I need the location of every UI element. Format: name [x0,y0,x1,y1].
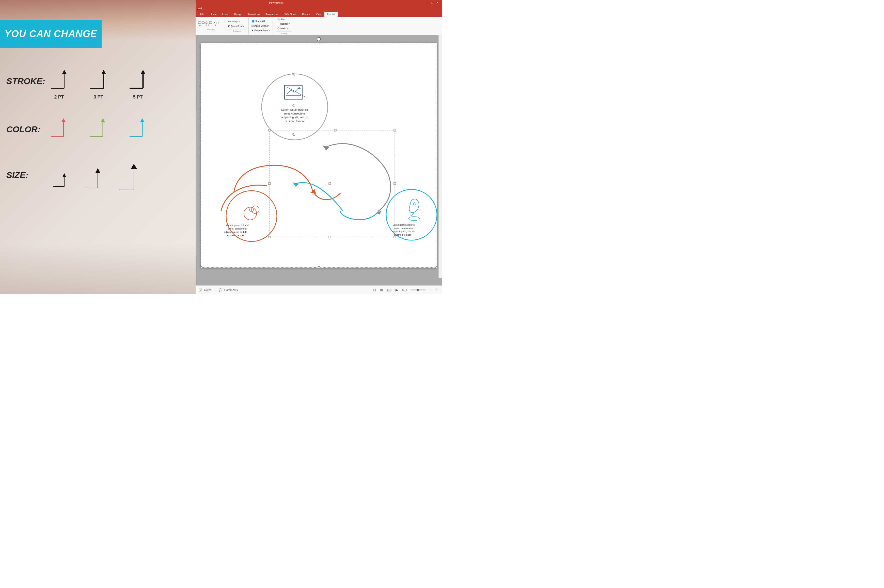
slide-canvas: ↻ ↻ ↻ Lorem ipsum dolor sit amet, consec… [201,43,437,268]
svg-marker-30 [209,22,212,24]
stroke-arrow-group: 2 PT 3 PT 5 PT [50,69,188,100]
arrange-group: ⧉ Arrange ▾ ◧ Quick Styles ~ Drawing [226,17,249,34]
notes-icon: 📝 [198,288,202,292]
arrange-button[interactable]: ⧉ Arrange ▾ [227,19,241,24]
svg-text:adipiscing elit, sed dc: adipiscing elit, sed dc [392,230,415,233]
slide-area[interactable]: ↻ ↻ ↻ Lorem ipsum dolor sit amet, consec… [195,35,442,285]
app-title: PowerPoint [269,1,283,4]
svg-text:↻: ↻ [292,103,296,108]
size-label: SIZE: [6,170,29,180]
subtitle-text: to do... [198,7,206,10]
notes-label[interactable]: Notes [204,288,212,291]
tab-format[interactable]: Format [325,12,338,17]
find-button[interactable]: 🔍 Find [276,17,287,21]
stroke-2pt-demo: 2 PT [50,69,69,100]
tab-slideshow[interactable]: Slide Show [281,12,299,17]
svg-marker-23 [96,168,100,172]
formula-area: to do... [195,6,442,11]
shape-effects-button[interactable]: ✦ Shape Effects ▾ [250,28,271,33]
tab-home[interactable]: Home [207,12,219,17]
maximize-button[interactable]: □ [431,1,434,4]
minimize-button[interactable]: ─ [425,1,429,4]
find-row: 🔍 Find [276,17,292,21]
svg-point-29 [205,22,208,24]
view-reading-button[interactable]: 📖 [386,287,392,292]
select-button[interactable]: ⬡ Select - [276,26,289,30]
select-icon: ⬡ [277,27,280,30]
zoom-thumb[interactable] [416,289,419,291]
tab-animations[interactable]: Animations [263,12,281,17]
svg-text:⟨: ⟨ [216,22,216,24]
quick-styles-button[interactable]: ◧ Quick Styles ~ [227,24,247,28]
tab-design[interactable]: Design [232,12,245,17]
stroke-5pt-arrow [128,69,147,92]
replace-icon: ↔ [277,22,280,25]
rotate-handle-top[interactable] [317,37,321,41]
svg-text:amet, consectetur: amet, consectetur [394,227,413,230]
stroke-5pt-label: 5 PT [133,94,143,100]
comments-icon: 💬 [219,288,222,292]
size-large-demo [118,162,140,190]
svg-marker-17 [140,118,144,122]
svg-text:Lorem ipsum dolor sit: Lorem ipsum dolor sit [281,108,308,111]
title-banner: YOU CAN CHANGE [0,20,102,48]
stroke-3pt-label: 3 PT [93,94,103,100]
svg-rect-73 [329,183,331,184]
replace-row: ↔ Replace ▾ [276,22,292,26]
stroke-label: STROKE: [6,76,45,86]
color-red-demo [50,117,69,140]
zoom-out-button[interactable]: − [429,287,433,292]
svg-marker-8 [141,70,145,74]
svg-text:{: { [220,22,221,24]
size-section: SIZE: [5,162,188,190]
color-green-arrow [89,117,108,140]
svg-text:eiusmod tempor: eiusmod tempor [285,120,305,123]
shapes-palette: ⟨ ⟩ { ╔ ╗ ╝ ╚ ⌂ ✦ [198,21,224,27]
view-slideshow-button[interactable]: ▶ [394,287,399,292]
close-button[interactable]: ✕ [435,1,439,4]
svg-rect-42 [284,85,302,99]
shape-outline-row: □ Shape Outline ▾ [250,24,271,28]
color-red-arrow [50,117,69,140]
svg-marker-5 [102,70,106,74]
shape-outline-button[interactable]: □ Shape Outline ▾ [250,24,271,28]
svg-text:⌂ ✦: ⌂ ✦ [213,24,216,26]
tab-transitions[interactable]: Transitions [245,12,263,17]
view-sorter-button[interactable]: ⊞ [379,287,384,292]
shape-fill-icon: 🪣 [251,20,254,22]
drawing-label: Drawing [198,28,224,31]
tab-view[interactable]: View [313,12,324,17]
zoom-in-button[interactable]: + [435,287,439,292]
stroke-3pt-demo: 3 PT [89,69,108,100]
vertical-scrollbar[interactable] [439,35,442,278]
arrange-chevron: ▾ [239,21,240,22]
svg-marker-20 [63,173,66,177]
zoom-slider[interactable] [410,290,426,291]
shape-format-group: 🪣 Shape Fill ▾ □ Shape Outline ▾ ✦ Shape… [249,17,273,34]
shape-effects-icon: ✦ [251,29,254,32]
arrange-icon: ⧉ [228,20,230,23]
svg-text:Lorem ipsum dolor si: Lorem ipsum dolor si [393,224,415,226]
tab-insert[interactable]: Insert [220,12,231,17]
svg-marker-31 [214,22,215,23]
tab-file[interactable]: File [198,12,207,17]
size-medium-demo [84,162,103,190]
stroke-5pt-demo: 5 PT [128,69,147,100]
select-row: ⬡ Select - [276,26,292,30]
shape-fill-button[interactable]: 🪣 Shape Fill ▾ [250,19,268,23]
replace-button[interactable]: ↔ Replace ▾ [276,22,292,26]
bg-lower-gradient [0,243,195,294]
svg-rect-28 [202,22,204,24]
arrange-row: ⧉ Arrange ▾ [227,19,247,24]
title-bar: PowerPoint ─ □ ✕ [195,0,442,6]
svg-point-60 [409,217,419,220]
svg-point-59 [413,202,416,205]
svg-text:eiusmod tempor: eiusmod tempor [394,233,411,236]
view-normal-button[interactable]: ⊟ [372,287,377,292]
svg-text:Lorem ipsum dolor sit: Lorem ipsum dolor sit [226,224,249,227]
slide-svg-content: ↻ ↻ ↻ Lorem ipsum dolor sit amet, consec… [201,43,437,268]
shape-fill-row: 🪣 Shape Fill ▾ [250,19,271,23]
stroke-2pt-arrow [50,69,69,92]
comments-label[interactable]: Comments [224,288,238,291]
tab-review[interactable]: Review [299,12,313,17]
